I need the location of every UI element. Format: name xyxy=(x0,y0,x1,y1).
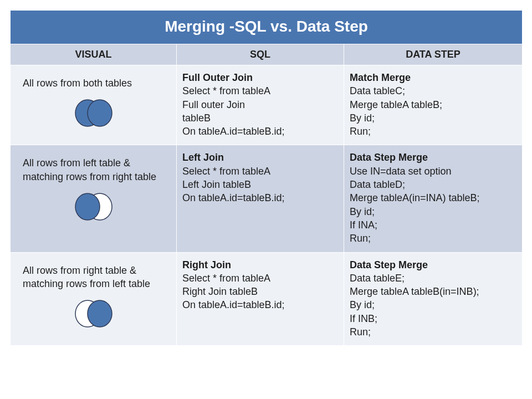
header-visual: VISUAL xyxy=(11,44,177,65)
datastep-line: Data tableC; xyxy=(350,84,516,98)
header-row: VISUAL SQL DATA STEP xyxy=(11,44,523,65)
venn-diagram-right-join-icon xyxy=(16,298,171,332)
datastep-line: Merge tableA(in=INA) tableB; xyxy=(350,191,516,204)
visual-cell: All rows from left table & matching rows… xyxy=(11,145,177,252)
datastep-line: If INA; xyxy=(350,218,516,232)
sql-title: Right Join xyxy=(182,259,231,270)
header-datastep: DATA STEP xyxy=(344,44,523,65)
comparison-table: Merging -SQL vs. Data Step VISUAL SQL DA… xyxy=(10,10,523,346)
sql-line: tableB xyxy=(182,111,338,125)
sql-line: On tableA.id=tableB.id; xyxy=(182,298,338,311)
datastep-line: Merge tableA tableB; xyxy=(350,98,516,111)
datastep-line: Run; xyxy=(350,125,516,138)
visual-cell: All rows from both tables xyxy=(11,65,177,145)
svg-point-5 xyxy=(88,300,112,327)
title-row: Merging -SQL vs. Data Step xyxy=(11,11,523,44)
sql-line: On tableA.id=tableB.id; xyxy=(182,191,338,204)
venn-diagram-left-join-icon xyxy=(16,191,171,226)
header-sql: SQL xyxy=(177,44,344,65)
svg-point-3 xyxy=(75,193,100,220)
table-row: All rows from right table & matching row… xyxy=(11,252,523,346)
table-row: All rows from both tables Full Outer Joi… xyxy=(11,65,523,145)
sql-cell: Full Outer Join Select * from tableA Ful… xyxy=(177,65,344,145)
datastep-line: By id; xyxy=(350,298,516,311)
visual-cell: All rows from right table & matching row… xyxy=(11,252,177,346)
datastep-line: By id; xyxy=(350,205,516,218)
datastep-title: Match Merge xyxy=(350,72,411,83)
sql-line: On tableA.id=tableB.id; xyxy=(182,125,338,138)
datastep-title: Data Step Merge xyxy=(350,152,428,163)
venn-diagram-full-join-icon xyxy=(16,98,171,132)
svg-point-1 xyxy=(88,100,112,126)
visual-caption: All rows from right table & matching row… xyxy=(23,264,168,291)
datastep-line: Data tableE; xyxy=(350,272,516,285)
datastep-line: Run; xyxy=(350,232,516,245)
sql-line: Right Join tableB xyxy=(182,285,338,298)
table-row: All rows from left table & matching rows… xyxy=(11,145,523,252)
sql-line: Select * from tableA xyxy=(182,165,338,178)
datastep-cell: Data Step Merge Use IN=data set option D… xyxy=(344,145,523,252)
sql-title: Full Outer Join xyxy=(182,72,253,83)
visual-caption: All rows from both tables xyxy=(23,76,168,90)
sql-cell: Left Join Select * from tableA Left Join… xyxy=(177,145,344,252)
datastep-line: Data tableD; xyxy=(350,178,516,191)
sql-cell: Right Join Select * from tableA Right Jo… xyxy=(177,252,344,346)
datastep-line: Merge tableA tableB(in=INB); xyxy=(350,285,516,298)
visual-caption: All rows from left table & matching rows… xyxy=(23,156,168,183)
sql-title: Left Join xyxy=(182,152,224,163)
sql-line: Full outer Join xyxy=(182,98,338,111)
sql-line: Select * from tableA xyxy=(182,84,338,98)
datastep-line: By id; xyxy=(350,111,516,125)
datastep-line: If INB; xyxy=(350,312,516,325)
sql-line: Left Join tableB xyxy=(182,178,338,191)
sql-line: Select * from tableA xyxy=(182,272,338,285)
datastep-title: Data Step Merge xyxy=(350,259,428,270)
table-title: Merging -SQL vs. Data Step xyxy=(11,11,523,44)
datastep-cell: Data Step Merge Data tableE; Merge table… xyxy=(344,252,523,346)
datastep-line: Run; xyxy=(350,325,516,339)
datastep-line: Use IN=data set option xyxy=(350,165,516,178)
datastep-cell: Match Merge Data tableC; Merge tableA ta… xyxy=(344,65,523,145)
